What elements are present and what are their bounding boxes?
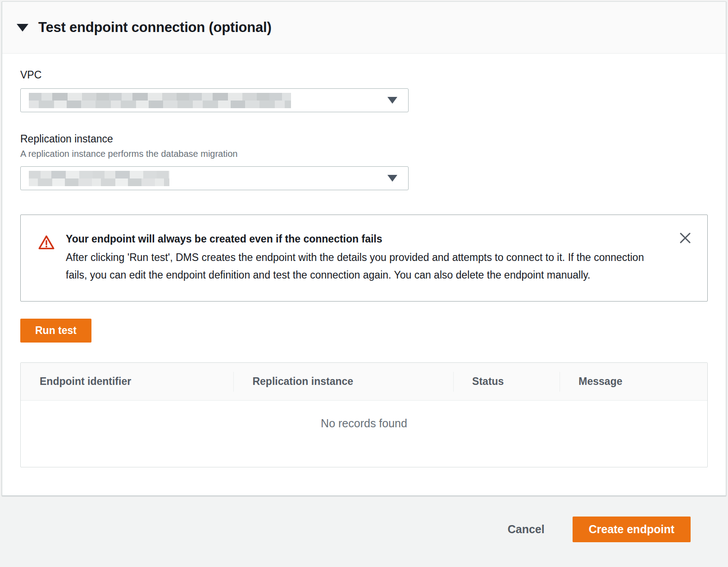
vpc-field-group: VPC: [20, 69, 708, 112]
test-endpoint-connection-panel: Test endpoint connection (optional) VPC …: [2, 1, 726, 496]
table-header-row: Endpoint identifier Replication instance…: [21, 363, 707, 401]
create-endpoint-button[interactable]: Create endpoint: [573, 517, 691, 542]
warning-alert: Your endpoint will always be created eve…: [20, 215, 708, 302]
column-header-endpoint-identifier[interactable]: Endpoint identifier: [21, 363, 233, 400]
cancel-button[interactable]: Cancel: [508, 523, 545, 536]
column-header-replication-instance[interactable]: Replication instance: [233, 363, 453, 400]
replication-instance-description: A replication instance performs the data…: [20, 149, 708, 159]
close-icon[interactable]: [677, 229, 694, 247]
vpc-select[interactable]: [20, 88, 409, 112]
replication-instance-select[interactable]: [20, 166, 409, 190]
column-header-message[interactable]: Message: [560, 363, 707, 400]
replication-instance-redacted-value: [29, 171, 169, 186]
alert-body: After clicking 'Run test', DMS creates t…: [66, 249, 651, 284]
alert-title: Your endpoint will always be created eve…: [66, 233, 651, 245]
panel-title: Test endpoint connection (optional): [38, 19, 272, 36]
column-header-status[interactable]: Status: [453, 363, 560, 400]
warning-triangle-icon: [38, 234, 55, 284]
chevron-down-icon: [387, 175, 397, 182]
table-empty-state: No records found: [21, 401, 707, 467]
replication-instance-label: Replication instance: [20, 133, 708, 145]
chevron-down-icon: [387, 97, 397, 104]
panel-header[interactable]: Test endpoint connection (optional): [2, 2, 726, 54]
run-test-button[interactable]: Run test: [20, 319, 91, 343]
alert-content: Your endpoint will always be created eve…: [66, 233, 651, 284]
replication-instance-field-group: Replication instance A replication insta…: [20, 133, 708, 190]
vpc-redacted-value: [29, 93, 291, 108]
collapse-triangle-icon: [17, 24, 28, 32]
footer-action-bar: Cancel Create endpoint: [508, 517, 691, 542]
panel-body: VPC Replication instance A replication i…: [2, 54, 726, 485]
test-results-table: Endpoint identifier Replication instance…: [20, 362, 708, 467]
vpc-label: VPC: [20, 69, 708, 81]
